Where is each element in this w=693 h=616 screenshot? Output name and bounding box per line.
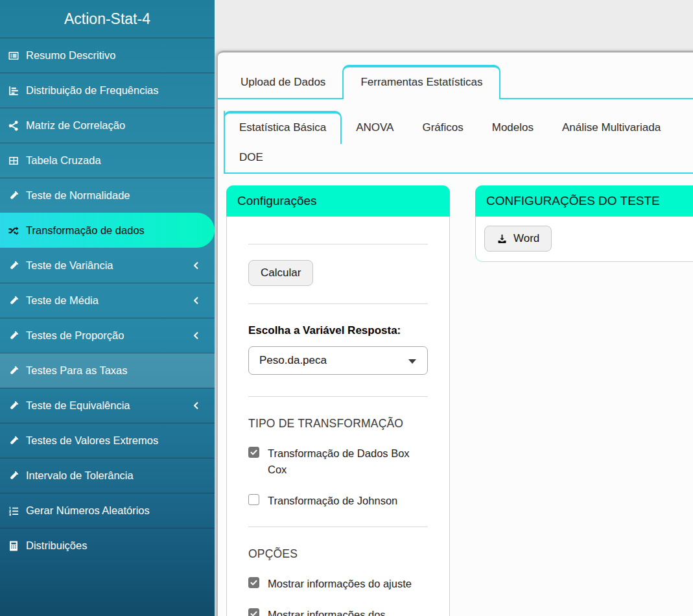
sidebar-item-teste-equivalencia[interactable]: Teste de Equivalência: [0, 388, 215, 423]
vial-icon: [6, 435, 21, 447]
sidebar-item-label: Testes de Proporção: [26, 329, 124, 342]
checkbox-icon: [248, 494, 259, 505]
config-panel-title: Configurações: [226, 185, 450, 217]
sidebar-item-teste-normalidade[interactable]: Teste de Normalidade: [0, 178, 215, 213]
transformation-type-heading: TIPO DE TRANSFORMAÇÃO: [248, 417, 428, 431]
main-content: Upload de Dados Ferramentas Estatísticas…: [215, 0, 693, 616]
shuffle-icon: [6, 225, 21, 237]
tab-modelos[interactable]: Modelos: [478, 113, 548, 143]
tab-doe[interactable]: DOE: [225, 143, 277, 172]
test-config-panel-title: CONFIGURAÇÕES DO TESTE: [475, 185, 693, 217]
frequency-chart-icon: [6, 85, 21, 97]
tab-graficos[interactable]: Gráficos: [408, 113, 477, 143]
app-root: Action-Stat-4 Resumo Descritivo Distribu…: [0, 0, 693, 616]
top-gray-strip: [215, 0, 693, 51]
sidebar-item-label: Tabela Cruzada: [26, 154, 101, 167]
tab-anova[interactable]: ANOVA: [342, 113, 408, 143]
network-icon: [6, 120, 21, 132]
sub-tab-bar: Estatística Básica ANOVA Gráficos Modelo…: [224, 111, 693, 174]
config-panel: Configurações Calcular Escolha a Variáve…: [226, 185, 450, 616]
table-icon: [6, 155, 21, 167]
app-title: Action-Stat-4: [0, 0, 215, 38]
checkbox-show-fit-info[interactable]: Mostrar informações do ajuste: [248, 576, 428, 592]
chevron-left-icon: [192, 401, 200, 410]
tab-estatistica-basica[interactable]: Estatística Básica: [224, 111, 342, 144]
vial-icon: [6, 400, 21, 412]
options-heading: OPÇÕES: [248, 547, 428, 561]
sidebar-item-teste-variancia[interactable]: Teste de Variância: [0, 248, 215, 283]
tab-upload-de-dados[interactable]: Upload de Dados: [224, 67, 342, 98]
download-icon: [497, 233, 508, 244]
sidebar-item-label: Teste de Equivalência: [26, 399, 130, 412]
sidebar-item-label: Distribuição de Frequências: [26, 84, 159, 97]
test-config-panel-body: Word: [476, 217, 693, 261]
sidebar-item-label: Intervalo de Tolerância: [26, 469, 134, 482]
word-button-label: Word: [513, 232, 539, 245]
vial-icon: [6, 295, 21, 307]
sidebar-item-transformacao-dados[interactable]: Transformação de dados: [0, 213, 215, 248]
panels-row: Configurações Calcular Escolha a Variáve…: [218, 174, 693, 616]
vial-icon: [6, 190, 21, 202]
vial-icon: [6, 470, 21, 482]
caret-down-icon: [408, 359, 416, 364]
sidebar-item-label: Teste de Variância: [26, 259, 113, 272]
checkbox-icon: [248, 447, 259, 458]
vial-icon: [6, 330, 21, 342]
sidebar-item-matriz-correlacao[interactable]: Matriz de Correlação: [0, 108, 215, 143]
checkbox-label: Mostrar informações do ajuste: [268, 576, 412, 592]
divider: [248, 303, 428, 304]
sidebar-item-label: Testes de Valores Extremos: [26, 434, 158, 447]
sidebar-item-label: Gerar Números Aleatórios: [26, 504, 150, 517]
list-alt-icon: [6, 50, 21, 62]
word-export-button[interactable]: Word: [484, 226, 552, 252]
divider: [248, 527, 428, 527]
sidebar-item-distribuicao-frequencias[interactable]: Distribuição de Frequências: [0, 73, 215, 108]
main-tab-bar: Upload de Dados Ferramentas Estatísticas: [218, 65, 693, 99]
checkbox-show-outliers-info[interactable]: Mostrar informações dos outliers: [248, 607, 428, 616]
sidebar-item-label: Testes Para as Taxas: [26, 364, 128, 377]
sidebar-item-label: Resumo Descritivo: [26, 49, 115, 62]
chevron-left-icon: [192, 296, 200, 305]
sidebar-item-label: Distribuições: [26, 539, 87, 552]
checkbox-label: Mostrar informações dos outliers: [268, 607, 420, 616]
sidebar-item-label: Teste de Média: [26, 294, 99, 307]
checkbox-box-cox[interactable]: Transformação de Dados Box Cox: [248, 445, 428, 478]
tab-ferramentas-estatisticas[interactable]: Ferramentas Estatísticas: [342, 65, 500, 99]
content-card: Upload de Dados Ferramentas Estatísticas…: [218, 51, 693, 616]
divider: [248, 396, 428, 397]
tab-analise-multivariada[interactable]: Análise Multivariada: [548, 113, 675, 143]
chevron-left-icon: [192, 261, 200, 270]
sidebar-item-intervalo-tolerancia[interactable]: Intervalo de Tolerância: [0, 458, 215, 493]
sidebar-item-testes-proporcao[interactable]: Testes de Proporção: [0, 318, 215, 353]
sidebar-item-label: Matriz de Correlação: [26, 119, 125, 132]
config-panel-body: Calcular Escolha a Variável Resposta: Pe…: [227, 244, 449, 616]
response-variable-value: Peso.da.peca: [259, 354, 327, 367]
sidebar-item-tabela-cruzada[interactable]: Tabela Cruzada: [0, 143, 215, 178]
checkbox-johnson[interactable]: Transformação de Johnson: [248, 493, 428, 509]
response-variable-select[interactable]: Peso.da.peca: [248, 346, 428, 375]
test-config-panel: CONFIGURAÇÕES DO TESTE Word: [475, 185, 693, 262]
sidebar-item-teste-media[interactable]: Teste de Média: [0, 283, 215, 318]
vial-icon: [6, 260, 21, 272]
vial-icon: [6, 365, 21, 377]
sidebar-item-valores-extremos[interactable]: Testes de Valores Extremos: [0, 423, 215, 458]
sidebar-item-gerar-numeros[interactable]: Gerar Números Aleatórios: [0, 493, 215, 528]
checkbox-icon: [248, 608, 259, 616]
sidebar-item-label: Transformação de dados: [26, 224, 145, 237]
calculate-button[interactable]: Calcular: [248, 260, 313, 286]
sidebar-item-testes-taxas[interactable]: Testes Para as Taxas: [0, 353, 215, 388]
sidebar: Action-Stat-4 Resumo Descritivo Distribu…: [0, 0, 215, 616]
checkbox-icon: [248, 577, 259, 588]
chevron-left-icon: [192, 331, 200, 340]
calculator-icon: [6, 540, 21, 552]
sidebar-item-distribuicoes[interactable]: Distribuições: [0, 528, 215, 563]
sidebar-nav: Resumo Descritivo Distribuição de Frequê…: [0, 38, 215, 563]
sidebar-item-resumo-descritivo[interactable]: Resumo Descritivo: [0, 38, 215, 73]
response-variable-label: Escolha a Variável Resposta:: [248, 324, 428, 337]
checkbox-label: Transformação de Johnson: [268, 493, 397, 509]
checkbox-label: Transformação de Dados Box Cox: [268, 445, 420, 478]
list-ol-icon: [6, 505, 21, 517]
divider: [248, 244, 428, 244]
sidebar-item-label: Teste de Normalidade: [26, 189, 130, 202]
